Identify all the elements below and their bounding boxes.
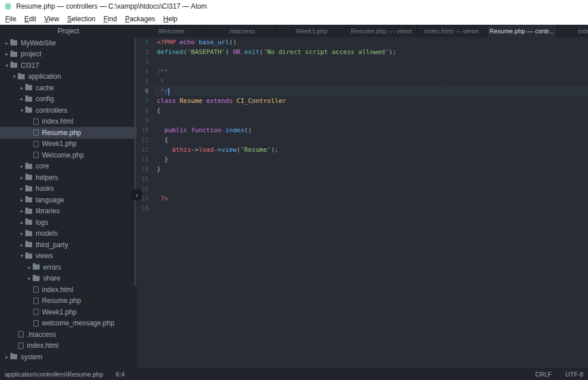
folder-icon <box>25 186 32 191</box>
tree-item-share[interactable]: ▸share <box>0 273 137 285</box>
tree-item-config[interactable]: ▸config <box>0 94 137 105</box>
tree-item-views[interactable]: ▾views <box>0 251 137 262</box>
folder-icon <box>25 242 32 247</box>
chevron-down-icon: ▾ <box>11 74 18 79</box>
line-number[interactable]: 5 <box>137 76 149 86</box>
gutter[interactable]: 123456789101112131415161718 <box>137 37 154 368</box>
folder-icon <box>10 63 17 68</box>
tree-item-resume-php[interactable]: Resume.php <box>0 127 137 139</box>
file-icon <box>33 298 38 304</box>
title-bar: Resume.php — controllers — C:\xampp\htdo… <box>0 0 588 13</box>
tree-view-toggle-button[interactable]: ‹ <box>131 189 142 201</box>
code-line: public function index() <box>154 125 588 135</box>
tree-items: ▸MyWebSite▸project▾CI317▾application▸cac… <box>0 37 137 363</box>
tab-htaccess[interactable]: .htaccess <box>207 25 277 37</box>
tab-welcome[interactable]: Welcome <box>137 25 207 37</box>
tree-item-models[interactable]: ▸models <box>0 228 137 240</box>
tree-item-label: third_party <box>36 241 68 249</box>
main-area: Project ▸MyWebSite▸project▾CI317▾applica… <box>0 25 588 368</box>
tree-item-label: share <box>43 274 60 282</box>
tree-item-welcome-message-php[interactable]: welcome_message.php <box>0 318 137 329</box>
line-number[interactable]: 13 <box>137 155 149 164</box>
line-number[interactable]: 11 <box>137 135 149 145</box>
tree-item-ci317[interactable]: ▾CI317 <box>0 60 137 71</box>
menu-packages[interactable]: Packages <box>121 14 160 24</box>
encoding-indicator[interactable]: UTF-8 <box>566 371 583 378</box>
file-icon <box>33 118 38 125</box>
tree-item-cache[interactable]: ▸cache <box>0 82 137 94</box>
menu-view[interactable]: View <box>40 14 63 24</box>
tree-item-errors[interactable]: ▸errors <box>0 262 137 273</box>
tab-index-htm[interactable]: index.htm <box>557 25 588 37</box>
chevron-right-icon: ▸ <box>18 220 25 225</box>
menu-file[interactable]: File <box>1 14 20 24</box>
cursor-position[interactable]: 6:4 <box>116 371 125 378</box>
chevron-right-icon: ▸ <box>3 354 10 360</box>
line-number[interactable]: 1 <box>137 37 149 47</box>
tree-item-label: cache <box>36 84 54 92</box>
line-number[interactable]: 10 <box>137 125 149 135</box>
tree-item-logs[interactable]: ▸logs <box>0 217 137 228</box>
line-number[interactable]: 12 <box>137 145 149 155</box>
tree-item-core[interactable]: ▸core <box>0 161 137 172</box>
tree-item-index-html[interactable]: index.html <box>0 284 137 295</box>
tree-item-week1-php[interactable]: Week1.php <box>0 139 137 150</box>
code-area[interactable]: <?PHP echo base_url()defined('BASEPATH')… <box>154 37 588 368</box>
tree-item-index-html[interactable]: index.html <box>0 116 137 128</box>
status-bar: application\controllers\Resume.php 6:4 C… <box>0 368 588 380</box>
tab-index-html-views[interactable]: index.html — views <box>417 25 487 37</box>
tree-item-system[interactable]: ▸system <box>0 351 137 363</box>
tree-item-mywebsite[interactable]: ▸MyWebSite <box>0 37 137 49</box>
tree-item-controllers[interactable]: ▾controllers <box>0 105 137 116</box>
editor[interactable]: 123456789101112131415161718 <?PHP echo b… <box>137 37 588 368</box>
line-number[interactable]: 2 <box>137 47 149 57</box>
line-number[interactable]: 4 <box>137 67 149 76</box>
tree-item-language[interactable]: ▸language <box>0 194 137 206</box>
tree-item-project[interactable]: ▸project <box>0 49 137 60</box>
code-line <box>154 174 588 184</box>
line-number[interactable]: 7 <box>137 96 149 106</box>
line-number[interactable]: 3 <box>137 57 149 67</box>
menu-selection[interactable]: Selection <box>63 14 99 24</box>
tree-item-application[interactable]: ▾application <box>0 71 137 83</box>
tree-item-helpers[interactable]: ▸helpers <box>0 172 137 183</box>
tab-resume-php-views[interactable]: Resume.php — views <box>347 25 417 37</box>
line-number[interactable]: 14 <box>137 164 149 174</box>
tree-item-label: Week1.php <box>42 140 77 148</box>
menu-edit[interactable]: Edit <box>20 14 40 24</box>
code-line: } <box>154 155 588 164</box>
line-ending-indicator[interactable]: CRLF <box>535 371 552 378</box>
code-line: /** <box>154 67 588 76</box>
menu-find[interactable]: Find <box>99 14 121 24</box>
code-line: */ <box>154 86 588 96</box>
line-number[interactable]: 9 <box>137 116 149 125</box>
code-line: { <box>154 135 588 145</box>
folder-icon <box>25 175 32 180</box>
tree-item-label: CI317 <box>21 62 39 70</box>
folder-icon <box>25 108 32 113</box>
tab-resume-php-contr[interactable]: Resume.php — contr... <box>487 25 557 37</box>
tree-item-index-html[interactable]: index.html <box>0 340 137 352</box>
line-number[interactable]: 18 <box>137 204 149 213</box>
tree-scrollbar[interactable] <box>134 39 136 286</box>
menu-help[interactable]: Help <box>159 14 181 24</box>
tree-item-week1-php[interactable]: Week1.php <box>0 306 137 318</box>
tree-item-hooks[interactable]: ▸hooks <box>0 183 137 195</box>
line-number[interactable]: 15 <box>137 174 149 184</box>
tree-item-label: application <box>28 72 61 80</box>
tree-item-welcome-php[interactable]: Welcome.php <box>0 149 137 161</box>
chevron-right-icon: ▸ <box>18 231 25 236</box>
line-number[interactable]: 8 <box>137 106 149 116</box>
tab-week1-php[interactable]: Week1.php <box>277 25 347 37</box>
tree-item-label: core <box>36 162 49 170</box>
chevron-right-icon: ▸ <box>3 40 10 46</box>
tree-item-resume-php[interactable]: Resume.php <box>0 295 137 307</box>
tree-item-label: errors <box>43 263 61 271</box>
tree-item-libraries[interactable]: ▸libraries <box>0 206 137 217</box>
chevron-right-icon: ▸ <box>26 264 33 270</box>
tree-item-third-party[interactable]: ▸third_party <box>0 239 137 251</box>
chevron-down-icon: ▾ <box>18 108 25 113</box>
folder-icon <box>25 254 32 259</box>
tree-item-htaccess[interactable]: .htaccess <box>0 329 137 340</box>
line-number[interactable]: 6 <box>137 86 149 96</box>
